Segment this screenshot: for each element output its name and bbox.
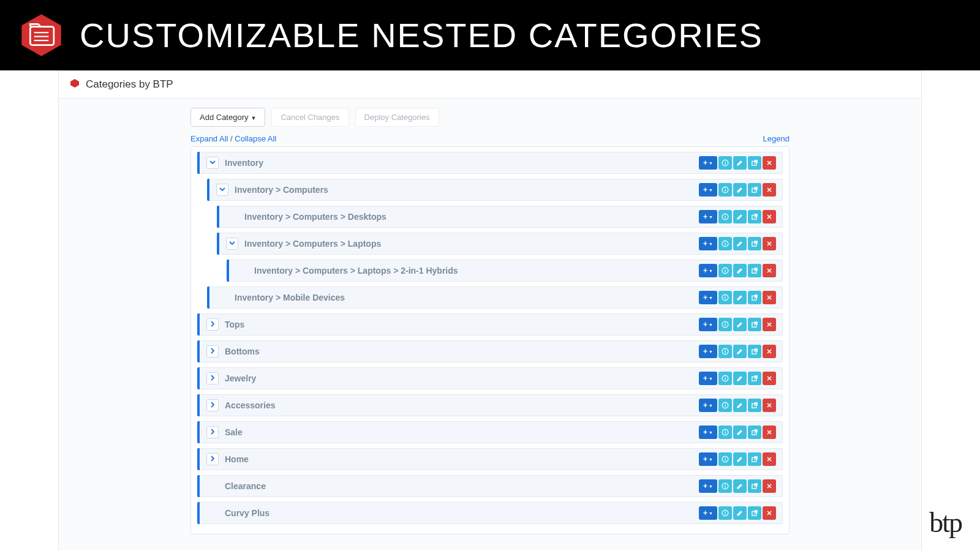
expand-all-link[interactable]: Expand All — [190, 134, 228, 143]
category-row[interactable]: Clearance+▼ — [197, 475, 783, 497]
add-child-button[interactable]: +▼ — [699, 291, 717, 304]
open-external-button[interactable] — [748, 318, 761, 331]
open-external-button[interactable] — [748, 345, 761, 358]
deploy-categories-button[interactable]: Deploy Categories — [355, 108, 439, 127]
delete-button[interactable] — [763, 506, 776, 520]
delete-button[interactable] — [763, 399, 776, 412]
collapse-button[interactable] — [206, 157, 219, 169]
delete-button[interactable] — [763, 425, 776, 439]
add-child-button[interactable]: +▼ — [699, 264, 717, 277]
info-button[interactable] — [718, 452, 732, 466]
expand-button[interactable] — [206, 318, 219, 331]
edit-button[interactable] — [733, 318, 747, 331]
open-external-button[interactable] — [748, 291, 761, 304]
info-button[interactable] — [718, 183, 732, 197]
expand-button[interactable] — [206, 453, 219, 465]
info-button[interactable] — [718, 399, 732, 412]
expand-button[interactable] — [206, 345, 219, 358]
open-external-button[interactable] — [748, 156, 761, 170]
expand-button[interactable] — [206, 399, 219, 411]
category-row[interactable]: Accessories+▼ — [197, 394, 783, 416]
open-external-button[interactable] — [748, 237, 761, 250]
delete-button[interactable] — [763, 479, 776, 493]
info-button[interactable] — [718, 425, 732, 439]
add-category-button[interactable]: Add Category▼ — [190, 108, 265, 127]
delete-button[interactable] — [763, 156, 776, 170]
add-child-button[interactable]: +▼ — [699, 318, 717, 331]
info-button[interactable] — [718, 345, 732, 358]
edit-button[interactable] — [733, 156, 747, 170]
add-child-button[interactable]: +▼ — [699, 452, 717, 466]
info-button[interactable] — [718, 372, 732, 385]
delete-button[interactable] — [763, 237, 776, 250]
collapse-button[interactable] — [216, 184, 228, 196]
info-button[interactable] — [718, 237, 732, 250]
expand-button[interactable] — [206, 426, 219, 438]
info-button[interactable] — [718, 506, 732, 520]
edit-button[interactable] — [733, 237, 747, 250]
delete-button[interactable] — [763, 291, 776, 304]
open-external-button[interactable] — [748, 183, 761, 197]
edit-button[interactable] — [733, 399, 747, 412]
delete-button[interactable] — [763, 452, 776, 466]
edit-button[interactable] — [733, 372, 747, 385]
delete-button[interactable] — [763, 210, 776, 223]
info-button[interactable] — [718, 210, 732, 223]
category-row[interactable]: Curvy Plus+▼ — [197, 502, 783, 524]
delete-button[interactable] — [763, 345, 776, 358]
category-row[interactable]: Jewelry+▼ — [197, 367, 783, 389]
edit-button[interactable] — [733, 291, 747, 304]
category-row[interactable]: Inventory > Computers+▼ — [207, 179, 783, 201]
collapse-button[interactable] — [226, 238, 238, 250]
add-child-button[interactable]: +▼ — [699, 425, 717, 439]
open-external-button[interactable] — [748, 479, 761, 493]
row-actions: +▼ — [699, 237, 776, 250]
category-row[interactable]: Sale+▼ — [197, 421, 783, 443]
delete-button[interactable] — [763, 318, 776, 331]
cancel-changes-button[interactable]: Cancel Changes — [271, 108, 349, 127]
add-child-button[interactable]: +▼ — [699, 210, 717, 223]
category-row[interactable]: Home+▼ — [197, 448, 783, 470]
add-child-button[interactable]: +▼ — [699, 372, 717, 385]
category-row[interactable]: Inventory > Computers > Laptops > 2-in-1… — [227, 260, 783, 282]
info-button[interactable] — [718, 156, 732, 170]
expand-button[interactable] — [206, 372, 219, 384]
category-row[interactable]: Inventory+▼ — [197, 152, 783, 174]
add-child-button[interactable]: +▼ — [699, 156, 717, 170]
edit-button[interactable] — [733, 479, 747, 493]
add-child-button[interactable]: +▼ — [699, 345, 717, 358]
open-external-button[interactable] — [748, 264, 761, 277]
info-button[interactable] — [718, 318, 732, 331]
edit-button[interactable] — [733, 425, 747, 439]
category-row[interactable]: Tops+▼ — [197, 313, 783, 335]
edit-button[interactable] — [733, 506, 747, 520]
category-row[interactable]: Inventory > Mobile Devices+▼ — [207, 287, 783, 309]
category-row[interactable]: Inventory > Computers > Desktops+▼ — [217, 206, 783, 228]
add-child-button[interactable]: +▼ — [699, 399, 717, 412]
edit-button[interactable] — [733, 452, 747, 466]
edit-button[interactable] — [733, 210, 747, 223]
delete-button[interactable] — [763, 372, 776, 385]
add-child-button[interactable]: +▼ — [699, 183, 717, 197]
info-button[interactable] — [718, 264, 732, 277]
collapse-all-link[interactable]: Collapse All — [235, 134, 276, 143]
delete-button[interactable] — [763, 264, 776, 277]
open-external-button[interactable] — [748, 399, 761, 412]
open-external-button[interactable] — [748, 210, 761, 223]
edit-button[interactable] — [733, 264, 747, 277]
legend-link[interactable]: Legend — [763, 134, 790, 143]
add-child-button[interactable]: +▼ — [699, 479, 717, 493]
open-external-button[interactable] — [748, 425, 761, 439]
edit-button[interactable] — [733, 183, 747, 197]
open-external-button[interactable] — [748, 506, 761, 520]
category-row[interactable]: Bottoms+▼ — [197, 340, 783, 362]
add-child-button[interactable]: +▼ — [699, 506, 717, 520]
open-external-button[interactable] — [748, 452, 761, 466]
edit-button[interactable] — [733, 345, 747, 358]
info-button[interactable] — [718, 291, 732, 304]
open-external-button[interactable] — [748, 372, 761, 385]
info-button[interactable] — [718, 479, 732, 493]
category-row[interactable]: Inventory > Computers > Laptops+▼ — [217, 233, 783, 255]
add-child-button[interactable]: +▼ — [699, 237, 717, 250]
delete-button[interactable] — [763, 183, 776, 197]
